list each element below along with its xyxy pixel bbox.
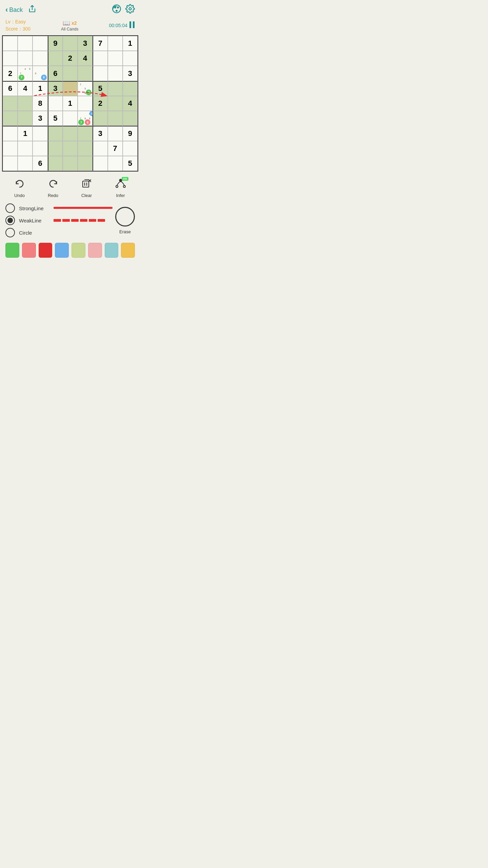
sudoku-cell[interactable] bbox=[93, 141, 107, 156]
sudoku-cell[interactable]: 5 bbox=[123, 156, 138, 171]
sudoku-cell[interactable] bbox=[93, 156, 107, 171]
sudoku-cell[interactable]: 3 bbox=[123, 66, 138, 81]
sudoku-cell[interactable] bbox=[108, 126, 123, 141]
sudoku-cell[interactable] bbox=[63, 81, 78, 96]
sudoku-cell[interactable]: 4577 bbox=[18, 66, 33, 81]
circle-radio[interactable] bbox=[5, 228, 15, 237]
sudoku-cell[interactable] bbox=[18, 51, 33, 66]
sudoku-cell[interactable] bbox=[3, 141, 18, 156]
sudoku-cell[interactable] bbox=[108, 51, 123, 66]
sudoku-cell[interactable]: 2 bbox=[93, 96, 107, 111]
color-swatch-4[interactable] bbox=[72, 243, 85, 258]
sudoku-cell[interactable]: 9 bbox=[123, 126, 138, 141]
sudoku-cell[interactable]: 2 bbox=[63, 51, 78, 66]
sudoku-cell[interactable] bbox=[93, 66, 107, 81]
sudoku-cell[interactable]: 5 bbox=[48, 111, 63, 126]
sudoku-cell[interactable]: 1 bbox=[18, 126, 33, 141]
share-button[interactable] bbox=[28, 5, 36, 15]
sudoku-cell[interactable]: 99 bbox=[33, 66, 47, 81]
sudoku-cell[interactable] bbox=[18, 96, 33, 111]
sudoku-cell[interactable] bbox=[33, 126, 47, 141]
sudoku-cell[interactable] bbox=[3, 156, 18, 171]
sudoku-cell[interactable] bbox=[78, 156, 93, 171]
color-swatch-3[interactable] bbox=[55, 243, 69, 258]
sudoku-cell[interactable] bbox=[3, 126, 18, 141]
back-button[interactable]: ‹ Back bbox=[5, 5, 23, 14]
sudoku-cell[interactable] bbox=[63, 156, 78, 171]
sudoku-cell[interactable] bbox=[123, 51, 138, 66]
sudoku-cell[interactable] bbox=[108, 36, 123, 51]
color-swatch-5[interactable] bbox=[88, 243, 102, 258]
sudoku-cell[interactable]: 1 bbox=[33, 81, 47, 96]
sudoku-cell[interactable] bbox=[3, 36, 18, 51]
sudoku-cell[interactable] bbox=[18, 141, 33, 156]
sudoku-cell[interactable] bbox=[123, 81, 138, 96]
pause-button[interactable] bbox=[129, 21, 135, 30]
sudoku-cell[interactable]: 3 bbox=[33, 111, 47, 126]
color-swatch-6[interactable] bbox=[105, 243, 119, 258]
clear-button[interactable]: Clear bbox=[81, 178, 92, 198]
sudoku-cell[interactable]: 2 bbox=[3, 66, 18, 81]
sudoku-cell[interactable]: 9 bbox=[48, 36, 63, 51]
erase-button[interactable] bbox=[115, 207, 135, 226]
undo-button[interactable]: Undo bbox=[14, 178, 25, 198]
sudoku-cell[interactable]: 6 bbox=[3, 81, 18, 96]
sudoku-cell[interactable] bbox=[108, 111, 123, 126]
sudoku-cell[interactable] bbox=[48, 156, 63, 171]
color-swatch-0[interactable] bbox=[5, 243, 19, 258]
sudoku-cell[interactable] bbox=[123, 111, 138, 126]
sudoku-cell[interactable]: 8 bbox=[33, 96, 47, 111]
weak-line-radio[interactable] bbox=[5, 216, 15, 225]
sudoku-cell[interactable] bbox=[33, 51, 47, 66]
sudoku-grid[interactable]: 9371242457799636413158758124356789786139… bbox=[2, 35, 138, 172]
infer-button[interactable]: ON Infer bbox=[115, 178, 126, 198]
sudoku-cell[interactable]: 5 bbox=[93, 81, 107, 96]
sudoku-cell[interactable] bbox=[78, 126, 93, 141]
sudoku-cell[interactable] bbox=[18, 156, 33, 171]
sudoku-cell[interactable] bbox=[18, 111, 33, 126]
sudoku-cell[interactable]: 4 bbox=[18, 81, 33, 96]
sudoku-cell[interactable] bbox=[3, 111, 18, 126]
color-swatch-7[interactable] bbox=[121, 243, 135, 258]
sudoku-cell[interactable] bbox=[108, 81, 123, 96]
sudoku-cell[interactable] bbox=[108, 96, 123, 111]
sudoku-cell[interactable]: 1 bbox=[123, 36, 138, 51]
sudoku-cell[interactable]: 3 bbox=[78, 36, 93, 51]
sudoku-cell[interactable] bbox=[48, 96, 63, 111]
sudoku-cell[interactable] bbox=[93, 111, 107, 126]
sudoku-cell[interactable]: 3 bbox=[93, 126, 107, 141]
sudoku-cell[interactable] bbox=[63, 66, 78, 81]
sudoku-cell[interactable]: 6789786 bbox=[78, 111, 93, 126]
sudoku-cell[interactable] bbox=[48, 141, 63, 156]
sudoku-cell[interactable]: 6 bbox=[48, 66, 63, 81]
sudoku-cell[interactable]: 4 bbox=[78, 51, 93, 66]
sudoku-cell[interactable] bbox=[18, 36, 33, 51]
sudoku-cell[interactable] bbox=[3, 96, 18, 111]
sudoku-cell[interactable] bbox=[123, 141, 138, 156]
color-swatch-2[interactable] bbox=[39, 243, 53, 258]
sudoku-cell[interactable] bbox=[63, 111, 78, 126]
sudoku-cell[interactable] bbox=[108, 66, 123, 81]
palette-icon[interactable] bbox=[112, 4, 121, 16]
sudoku-cell[interactable] bbox=[93, 51, 107, 66]
sudoku-cell[interactable] bbox=[3, 51, 18, 66]
sudoku-cell[interactable]: 6 bbox=[33, 156, 47, 171]
sudoku-cell[interactable]: 1 bbox=[63, 96, 78, 111]
sudoku-cell[interactable]: 3 bbox=[48, 81, 63, 96]
sudoku-cell[interactable] bbox=[78, 141, 93, 156]
redo-button[interactable]: Redo bbox=[48, 178, 59, 198]
settings-icon[interactable] bbox=[125, 4, 135, 16]
sudoku-cell[interactable] bbox=[33, 141, 47, 156]
sudoku-cell[interactable]: 7 bbox=[93, 36, 107, 51]
sudoku-cell[interactable]: 7 bbox=[108, 141, 123, 156]
sudoku-cell[interactable] bbox=[33, 36, 47, 51]
sudoku-cell[interactable]: 4 bbox=[123, 96, 138, 111]
sudoku-cell[interactable] bbox=[48, 51, 63, 66]
sudoku-cell[interactable] bbox=[63, 126, 78, 141]
sudoku-cell[interactable] bbox=[78, 96, 93, 111]
strong-line-radio[interactable] bbox=[5, 203, 15, 213]
sudoku-cell[interactable] bbox=[48, 126, 63, 141]
sudoku-cell[interactable] bbox=[108, 156, 123, 171]
color-swatch-1[interactable] bbox=[22, 243, 36, 258]
sudoku-cell[interactable]: 1587 bbox=[78, 81, 93, 96]
